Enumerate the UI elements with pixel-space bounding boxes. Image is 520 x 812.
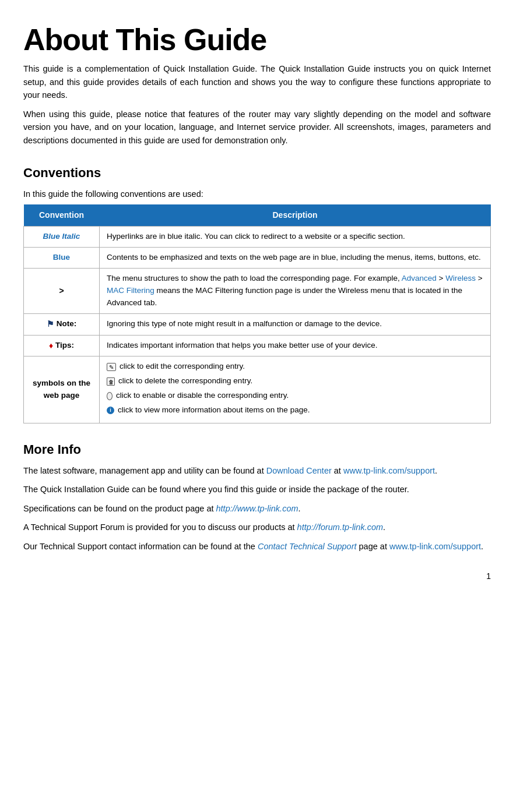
convention-blue: Blue (24, 248, 100, 269)
link-forum-tplink[interactable]: http://forum.tp-link.com (297, 522, 383, 532)
desc-blue-italic: Hyperlinks are in blue italic. You can c… (100, 227, 491, 248)
link-wireless[interactable]: Wireless (445, 274, 476, 283)
note-label: Note: (57, 318, 77, 330)
link-advanced[interactable]: Advanced (402, 274, 437, 283)
list-item: click to enable or disable the correspon… (107, 390, 483, 402)
symbols-label: symbols on the web page (33, 379, 90, 400)
more-info-p4: A Technical Support Forum is provided fo… (23, 521, 491, 534)
convention-symbols: symbols on the web page (24, 356, 100, 423)
desc-symbols: ✎ click to edit the corresponding entry.… (100, 356, 491, 423)
desc-gt: The menu structures to show the path to … (100, 269, 491, 314)
more-info-p1: The latest software, management app and … (23, 464, 491, 477)
convention-gt: > (24, 269, 100, 314)
more-info-section: More Info The latest software, managemen… (23, 440, 491, 553)
toggle-icon (107, 392, 113, 400)
toggle-text: click to enable or disable the correspon… (116, 390, 289, 402)
desc-note: Ignoring this type of note might result … (100, 313, 491, 335)
link-tplink-support-1[interactable]: www.tp-link.com/support (343, 466, 435, 475)
link-tplink-com[interactable]: http://www.tp-link.com (216, 504, 298, 513)
page-title: About This Guide (23, 23, 491, 57)
list-item: ✎ click to edit the corresponding entry. (107, 361, 483, 373)
list-item: i click to view more information about i… (107, 404, 483, 416)
more-info-p3: Specifications can be found on the produ… (23, 502, 491, 515)
desc-tips: Indicates important information that hel… (100, 335, 491, 356)
link-mac-filtering[interactable]: MAC Filtering (107, 286, 154, 295)
note-icon: ⚑ (47, 318, 54, 331)
convention-note: ⚑ Note: (24, 313, 100, 335)
col-description: Description (100, 204, 491, 227)
table-row: ♦ Tips: Indicates important information … (24, 335, 491, 356)
desc-blue: Contents to be emphasized and texts on t… (100, 248, 491, 269)
more-info-p1-prefix: The latest software, management app and … (23, 466, 266, 475)
table-row: ⚑ Note: Ignoring this type of note might… (24, 313, 491, 335)
table-row: > The menu structures to show the path t… (24, 269, 491, 314)
convention-blue-italic: Blue Italic (24, 227, 100, 248)
more-info-p5: Our Technical Support contact informatio… (23, 540, 491, 553)
tips-icon: ♦ (49, 340, 53, 352)
convention-tips: ♦ Tips: (24, 335, 100, 356)
list-item: 🗑 click to delete the corresponding entr… (107, 375, 483, 387)
intro-paragraph2: When using this guide, please notice tha… (23, 108, 491, 147)
edit-icon: ✎ (107, 363, 116, 371)
conventions-intro: In this guide the following conventions … (23, 188, 491, 200)
page-number: 1 (23, 570, 491, 583)
link-contact-technical-support[interactable]: Contact Technical Support (258, 542, 357, 551)
intro-paragraph1: This guide is a complementation of Quick… (23, 62, 491, 101)
more-info-p1-mid: at (332, 466, 343, 475)
table-row: Blue Italic Hyperlinks are in blue itali… (24, 227, 491, 248)
more-info-p1-suffix: . (435, 466, 437, 475)
link-download-center[interactable]: Download Center (266, 466, 332, 475)
delete-text: click to delete the corresponding entry. (118, 375, 252, 387)
conventions-table: Convention Description Blue Italic Hyper… (23, 204, 491, 423)
info-text: click to view more information about ite… (118, 404, 310, 416)
edit-text: click to edit the corresponding entry. (120, 361, 245, 373)
link-tplink-support-2[interactable]: www.tp-link.com/support (389, 542, 481, 551)
delete-icon: 🗑 (107, 377, 115, 386)
info-icon: i (107, 407, 114, 414)
more-info-p2: The Quick Installation Guide can be foun… (23, 483, 491, 496)
col-convention: Convention (24, 204, 100, 227)
more-info-heading: More Info (23, 440, 491, 460)
tips-label: Tips: (55, 340, 74, 352)
conventions-heading: Conventions (23, 163, 491, 183)
table-row: symbols on the web page ✎ click to edit … (24, 356, 491, 423)
table-row: Blue Contents to be emphasized and texts… (24, 248, 491, 269)
